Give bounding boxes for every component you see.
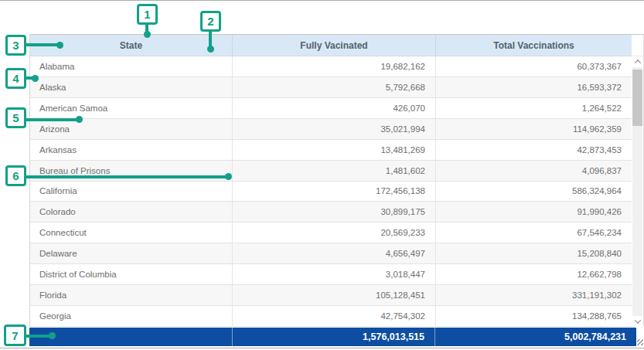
callout-3-label: 3: [12, 39, 19, 52]
cell-state: Alabama: [30, 56, 233, 76]
cell-total-vaccinations: 16,593,372: [436, 77, 632, 97]
scroll-up-button[interactable]: [632, 56, 643, 67]
vertical-scrollbar[interactable]: [632, 56, 643, 327]
cell-fully-vaccinated: 4,656,497: [233, 243, 436, 263]
cell-state: American Samoa: [30, 98, 233, 118]
page: State Fully Vacinated Total Vaccinations…: [0, 0, 644, 350]
callout-7-connector: [26, 335, 50, 338]
callout-4-dot: [32, 75, 39, 82]
callout-1-label: 1: [144, 8, 150, 21]
callout-5: 5: [5, 107, 26, 128]
cell-state: California: [30, 182, 233, 202]
cell-fully-vaccinated: 172,456,138: [233, 182, 436, 202]
cell-total-vaccinations: 331,191,302: [436, 285, 632, 305]
page-bottom-border: [0, 348, 644, 348]
table-row[interactable]: Delaware 4,656,497 15,208,840: [30, 243, 632, 264]
callout-5-connector: [25, 118, 77, 121]
cell-fully-vaccinated: 13,481,269: [233, 140, 436, 160]
column-header-fully-vaccinated[interactable]: Fully Vacinated: [233, 35, 436, 56]
resize-grip-icon: [637, 339, 643, 345]
scroll-down-button[interactable]: [632, 316, 643, 327]
callout-3-dot: [56, 42, 63, 49]
cell-fully-vaccinated: 42,754,302: [233, 306, 436, 326]
cell-fully-vaccinated: 19,682,162: [233, 56, 436, 76]
callout-7: 7: [4, 325, 26, 346]
callout-7-dot: [49, 332, 56, 339]
cell-total-vaccinations: 114,962,359: [436, 119, 632, 139]
table-row[interactable]: Alaska 5,792,668 16,593,372: [30, 77, 632, 98]
cell-total-vaccinations: 60,373,367: [436, 56, 632, 76]
callout-2-connector: [209, 31, 212, 47]
page-top-border: [0, 0, 644, 1]
callout-4-label: 4: [12, 72, 19, 85]
cell-fully-vaccinated: 426,070: [233, 98, 436, 118]
callout-2-label: 2: [207, 15, 213, 28]
table-row[interactable]: Arkansas 13,481,269 42,873,453: [30, 140, 632, 161]
callout-6-label: 6: [12, 169, 19, 182]
callout-4: 4: [5, 68, 26, 89]
table-row[interactable]: Arizona 35,021,994 114,962,359: [30, 119, 632, 140]
cell-state: Colorado: [30, 202, 233, 222]
cell-state: Georgia: [30, 306, 233, 326]
cell-state: Delaware: [30, 243, 233, 263]
cell-fully-vaccinated: 5,792,668: [233, 77, 436, 97]
totals-total-vaccinations: 5,002,784,231: [435, 328, 636, 346]
cell-total-vaccinations: 586,324,964: [436, 182, 632, 202]
chevron-down-icon: [634, 317, 640, 323]
callout-2: 2: [200, 11, 221, 32]
cell-state: Arizona: [30, 119, 233, 139]
table-body: Alabama 19,682,162 60,373,367 Alaska 5,7…: [30, 56, 632, 327]
cell-fully-vaccinated: 1,481,602: [233, 161, 436, 181]
totals-fully-vaccinated: 1,576,013,515: [233, 328, 435, 346]
cell-state: Florida: [30, 285, 233, 305]
table-row[interactable]: American Samoa 426,070 1,264,522: [30, 98, 632, 119]
chevron-up-icon: [634, 59, 640, 66]
table-row[interactable]: Georgia 42,754,302 134,288,765: [30, 306, 632, 327]
cell-fully-vaccinated: 20,569,233: [233, 223, 436, 243]
cell-state: Connecticut: [30, 223, 233, 243]
cell-total-vaccinations: 91,990,426: [436, 202, 632, 222]
table-row[interactable]: Alabama 19,682,162 60,373,367: [30, 56, 632, 77]
column-header-total-vaccinations[interactable]: Total Vaccinations: [436, 35, 632, 56]
vaccination-table: State Fully Vacinated Total Vaccinations…: [29, 34, 644, 327]
callout-1-dot: [144, 31, 151, 38]
cell-state: Arkansas: [30, 140, 233, 160]
cell-state: Alaska: [30, 77, 233, 97]
totals-row: 1,576,013,515 5,002,784,231: [29, 328, 636, 346]
cell-total-vaccinations: 15,208,840: [436, 243, 632, 263]
callout-6-dot: [225, 173, 232, 180]
totals-state-cell: [29, 328, 233, 346]
cell-total-vaccinations: 12,662,798: [436, 264, 632, 284]
cell-fully-vaccinated: 35,021,994: [233, 119, 436, 139]
callout-7-label: 7: [12, 329, 18, 342]
callout-3: 3: [5, 35, 26, 56]
cell-total-vaccinations: 134,288,765: [436, 306, 632, 326]
callout-5-label: 5: [12, 111, 19, 124]
cell-fully-vaccinated: 3,018,447: [233, 264, 436, 284]
cell-total-vaccinations: 4,096,837: [436, 161, 632, 181]
table-header-row: State Fully Vacinated Total Vaccinations: [30, 35, 643, 56]
cell-total-vaccinations: 67,546,234: [436, 223, 632, 243]
table-row[interactable]: Connecticut 20,569,233 67,546,234: [30, 223, 632, 243]
cell-fully-vaccinated: 105,128,451: [233, 285, 436, 305]
cell-fully-vaccinated: 30,899,175: [233, 202, 436, 222]
callout-1: 1: [137, 4, 158, 25]
callout-3-connector: [25, 43, 57, 46]
table-row[interactable]: Colorado 30,899,175 91,990,426: [30, 202, 632, 223]
table-row[interactable]: District of Columbia 3,018,447 12,662,79…: [30, 264, 632, 285]
cell-total-vaccinations: 1,264,522: [436, 98, 632, 118]
callout-6-connector: [25, 175, 226, 178]
callout-6: 6: [5, 165, 26, 186]
callout-2-dot: [207, 46, 214, 53]
table-row[interactable]: California 172,456,138 586,324,964: [30, 182, 632, 202]
table-row[interactable]: Florida 105,128,451 331,191,302: [30, 285, 632, 306]
cell-state: District of Columbia: [30, 264, 233, 284]
scrollbar-thumb[interactable]: [632, 70, 642, 126]
cell-total-vaccinations: 42,873,453: [436, 140, 632, 160]
header-scrollbar-corner: [632, 35, 643, 56]
callout-5-dot: [76, 116, 83, 123]
